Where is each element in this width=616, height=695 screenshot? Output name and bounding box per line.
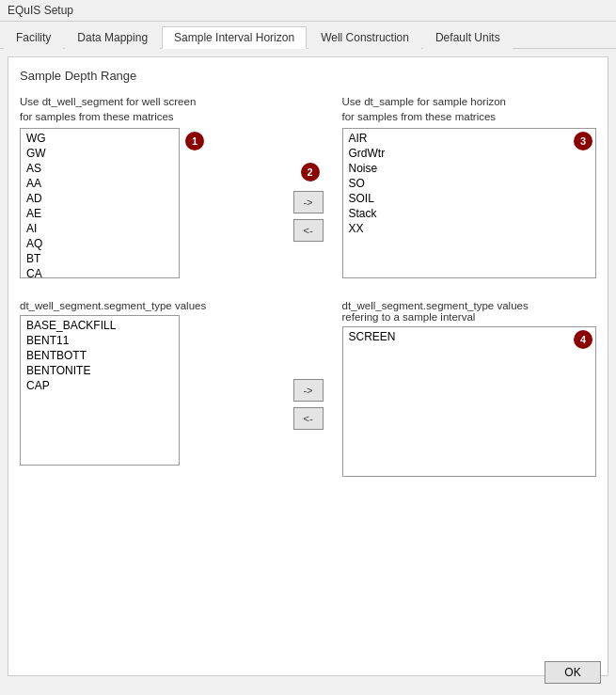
move-left-bottom-button[interactable]: <- <box>293 407 324 430</box>
ok-area: OK <box>545 661 601 684</box>
section-title: Sample Depth Range <box>20 69 596 83</box>
list-item[interactable]: Stack <box>343 206 596 221</box>
right-column-label: Use dt_sample for sample horizonfor samp… <box>342 94 597 124</box>
tab-facility[interactable]: Facility <box>4 26 63 49</box>
bottom-section: dt_well_segment.segment_type values BASE… <box>20 300 596 480</box>
move-right-top-button[interactable]: -> <box>293 191 324 213</box>
move-left-top-button[interactable]: <- <box>293 219 324 242</box>
tab-sample-interval-horizon[interactable]: Sample Interval Horizon <box>162 26 307 49</box>
left-matrix-list[interactable]: WG GW AS AA AD AE AI AQ BT CA <box>20 128 180 278</box>
list-item[interactable]: BASE_BACKFILL <box>21 318 179 333</box>
main-content: Sample Depth Range Use dt_well_segment f… <box>8 56 608 676</box>
badge-1: 1 <box>185 132 204 150</box>
bottom-two-col: dt_well_segment.segment_type values BASE… <box>20 300 596 480</box>
ok-button[interactable]: OK <box>545 661 601 684</box>
badge-2: 2 <box>301 163 320 182</box>
list-item[interactable]: GrdWtr <box>343 146 596 161</box>
bottom-left-list-group: BASE_BACKFILL BENT11 BENTBOTT BENTONITE … <box>20 315 275 466</box>
list-item[interactable]: BENTONITE <box>21 363 179 378</box>
segment-type-list[interactable]: BASE_BACKFILL BENT11 BENTBOTT BENTONITE … <box>20 315 180 466</box>
top-section: Use dt_well_segment for well screenfor s… <box>20 94 596 281</box>
list-item[interactable]: SO <box>343 176 596 191</box>
list-item[interactable]: XX <box>343 221 596 236</box>
title-label: EQuIS Setup <box>8 4 73 17</box>
list-item[interactable]: SCREEN <box>343 329 596 344</box>
list-item[interactable]: CAP <box>21 378 179 393</box>
title-bar: EQuIS Setup <box>0 0 616 22</box>
right-column: Use dt_sample for sample horizonfor samp… <box>342 94 597 281</box>
list-item[interactable]: SOIL <box>343 191 596 206</box>
tab-default-units[interactable]: Default Units <box>423 26 513 49</box>
list-item[interactable]: GW <box>21 146 179 161</box>
tab-data-mapping[interactable]: Data Mapping <box>65 26 160 49</box>
list-item[interactable]: AIR <box>343 131 596 146</box>
list-item[interactable]: AQ <box>21 236 179 251</box>
sample-interval-list[interactable]: SCREEN <box>342 326 597 477</box>
left-list-group: WG GW AS AA AD AE AI AQ BT CA 1 <box>20 128 275 278</box>
list-item[interactable]: AD <box>21 191 179 206</box>
list-item[interactable]: Noise <box>343 161 596 176</box>
move-right-bottom-button[interactable]: -> <box>293 379 324 402</box>
left-column: Use dt_well_segment for well screenfor s… <box>20 94 275 281</box>
bottom-right-label: dt_well_segment.segment_type valuesrefer… <box>342 300 597 323</box>
right-matrix-list[interactable]: AIR GrdWtr Noise SO SOIL Stack XX <box>342 128 597 278</box>
list-item[interactable]: AI <box>21 221 179 236</box>
left-column-label: Use dt_well_segment for well screenfor s… <box>20 94 275 124</box>
list-item[interactable]: BENTBOTT <box>21 348 179 363</box>
list-item[interactable]: WG <box>21 131 179 146</box>
bottom-left-column: dt_well_segment.segment_type values BASE… <box>20 300 275 480</box>
tab-bar: Facility Data Mapping Sample Interval Ho… <box>0 22 616 49</box>
tab-well-construction[interactable]: Well Construction <box>308 26 421 49</box>
list-item[interactable]: AA <box>21 176 179 191</box>
list-item[interactable]: AE <box>21 206 179 221</box>
list-item[interactable]: CA <box>21 266 179 278</box>
list-item[interactable]: BT <box>21 251 179 266</box>
bottom-left-label: dt_well_segment.segment_type values <box>20 300 275 311</box>
bottom-right-column: dt_well_segment.segment_type valuesrefer… <box>342 300 597 480</box>
list-item[interactable]: AS <box>21 161 179 176</box>
list-item[interactable]: BENT11 <box>21 333 179 348</box>
